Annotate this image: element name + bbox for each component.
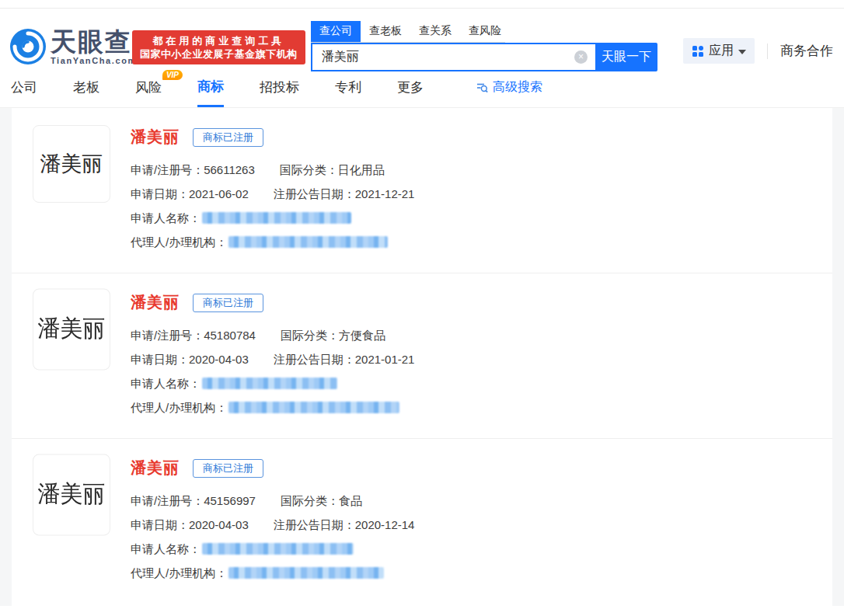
reg-no-field: 申请/注册号：56611263 <box>131 162 255 177</box>
announce-date-field: 注册公告日期：2021-01-21 <box>274 352 415 367</box>
nav-item-patent[interactable]: 专利 <box>335 68 361 107</box>
promo-banner-line2: 国家中小企业发展子基金旗下机构 <box>140 47 298 61</box>
intl-class-field: 国际分类：方便食品 <box>281 328 385 343</box>
tianyancha-logo[interactable]: 天眼查 TianYanCha.com <box>10 29 137 65</box>
top-divider <box>0 0 844 9</box>
reg-no-value: 45180784 <box>204 328 256 343</box>
nav-item-company[interactable]: 公司 <box>11 68 37 107</box>
promo-banner-line1: 都在用的商业查询工具 <box>140 34 298 47</box>
masked-applicant-value <box>202 212 351 224</box>
masked-agent-value <box>228 402 399 413</box>
trademark-name-link[interactable]: 潘美丽 <box>131 292 180 313</box>
advanced-search-icon <box>476 82 488 93</box>
apply-date-value: 2020-04-03 <box>189 517 249 532</box>
trademark-result-item: 潘美丽 潘美丽 商标已注册 申请/注册号：45180784 国际分类：方便食品 … <box>12 273 832 438</box>
search-block: 查公司 查老板 查关系 查风险 × 天眼一下 <box>311 21 657 71</box>
intl-class-value: 日化用品 <box>338 162 385 177</box>
reg-no-value: 45156997 <box>204 493 256 508</box>
header-divider <box>767 44 768 59</box>
apps-label: 应用 <box>709 43 734 59</box>
promo-banner: 都在用的商业查询工具 国家中小企业发展子基金旗下机构 <box>132 30 305 64</box>
advanced-search-link[interactable]: 高级搜索 <box>476 68 542 107</box>
masked-applicant-value <box>202 543 354 555</box>
apply-date-field: 申请日期：2020-04-03 <box>131 517 249 532</box>
announce-date-field: 注册公告日期：2021-12-21 <box>274 186 415 201</box>
trademark-thumbnail[interactable]: 潘美丽 <box>33 125 110 203</box>
announce-date-value: 2021-12-21 <box>355 186 415 201</box>
announce-date-field: 注册公告日期：2020-12-14 <box>274 517 415 532</box>
trademark-thumbnail[interactable]: 潘美丽 <box>33 289 110 371</box>
announce-date-value: 2021-01-21 <box>355 352 415 367</box>
applicant-field: 申请人名称： <box>131 211 351 225</box>
nav-item-bidding[interactable]: 招投标 <box>260 68 299 107</box>
results-area: 潘美丽 潘美丽 商标已注册 申请/注册号：56611263 国际分类：日化用品 … <box>0 108 844 606</box>
trademark-result-item: 潘美丽 潘美丽 商标已注册 申请/注册号：56611263 国际分类：日化用品 … <box>12 108 832 273</box>
reg-no-field: 申请/注册号：45156997 <box>131 493 256 508</box>
search-button[interactable]: 天眼一下 <box>595 43 657 71</box>
trademark-result-item: 潘美丽 潘美丽 商标已注册 申请/注册号：45156997 国际分类：食品 申请… <box>12 438 832 604</box>
intl-class-field: 国际分类：食品 <box>281 493 362 508</box>
agent-field: 代理人/办理机构： <box>131 400 399 415</box>
tianyancha-logo-icon <box>10 29 46 64</box>
masked-agent-value <box>228 567 384 579</box>
apply-date-field: 申请日期：2020-04-03 <box>131 352 249 367</box>
category-nav: 公司 老板 风险 VIP 商标 招投标 专利 更多 高级搜索 <box>0 68 844 108</box>
business-cooperation-link[interactable]: 商务合作 <box>780 42 839 60</box>
nav-item-trademark[interactable]: 商标 <box>197 68 224 107</box>
search-tab-boss[interactable]: 查老板 <box>361 21 410 42</box>
trademark-thumbnail[interactable]: 潘美丽 <box>33 454 110 536</box>
applicant-field: 申请人名称： <box>131 541 354 556</box>
chevron-down-icon <box>738 50 746 54</box>
masked-agent-value <box>228 236 388 248</box>
trademark-name-link[interactable]: 潘美丽 <box>131 127 180 148</box>
applicant-field: 申请人名称： <box>131 376 337 391</box>
logo-title: 天眼查 <box>51 29 137 55</box>
search-tab-risk[interactable]: 查风险 <box>460 21 510 42</box>
search-tab-relation[interactable]: 查关系 <box>410 21 460 42</box>
apps-grid-icon <box>692 45 704 57</box>
apply-date-value: 2020-04-03 <box>189 352 249 367</box>
status-badge: 商标已注册 <box>193 459 263 478</box>
search-tab-company[interactable]: 查公司 <box>311 21 361 42</box>
clear-search-icon[interactable]: × <box>574 50 588 64</box>
vip-badge: VIP <box>162 70 183 80</box>
reg-no-field: 申请/注册号：45180784 <box>131 328 256 343</box>
trademark-name-link[interactable]: 潘美丽 <box>131 458 180 479</box>
nav-item-more[interactable]: 更多 <box>397 68 424 107</box>
agent-field: 代理人/办理机构： <box>131 566 384 580</box>
intl-class-value: 方便食品 <box>339 328 385 343</box>
masked-applicant-value <box>202 378 337 389</box>
apply-date-value: 2021-06-02 <box>189 186 249 201</box>
status-badge: 商标已注册 <box>193 294 263 312</box>
nav-item-boss[interactable]: 老板 <box>73 68 99 107</box>
logo-domain: TianYanCha.com <box>51 56 137 65</box>
agent-field: 代理人/办理机构： <box>131 235 388 249</box>
search-tabs: 查公司 查老板 查关系 查风险 <box>311 21 505 43</box>
nav-item-risk[interactable]: 风险 VIP <box>135 68 162 107</box>
intl-class-value: 食品 <box>339 493 362 508</box>
site-header: 天眼查 TianYanCha.com 都在用的商业查询工具 国家中小企业发展子基… <box>0 9 844 68</box>
status-badge: 商标已注册 <box>193 128 263 147</box>
apply-date-field: 申请日期：2021-06-02 <box>131 186 249 201</box>
results-panel: 潘美丽 潘美丽 商标已注册 申请/注册号：56611263 国际分类：日化用品 … <box>12 108 832 606</box>
intl-class-field: 国际分类：日化用品 <box>280 162 385 177</box>
apps-button[interactable]: 应用 <box>683 38 755 64</box>
announce-date-value: 2020-12-14 <box>355 517 415 532</box>
reg-no-value: 56611263 <box>204 162 255 177</box>
